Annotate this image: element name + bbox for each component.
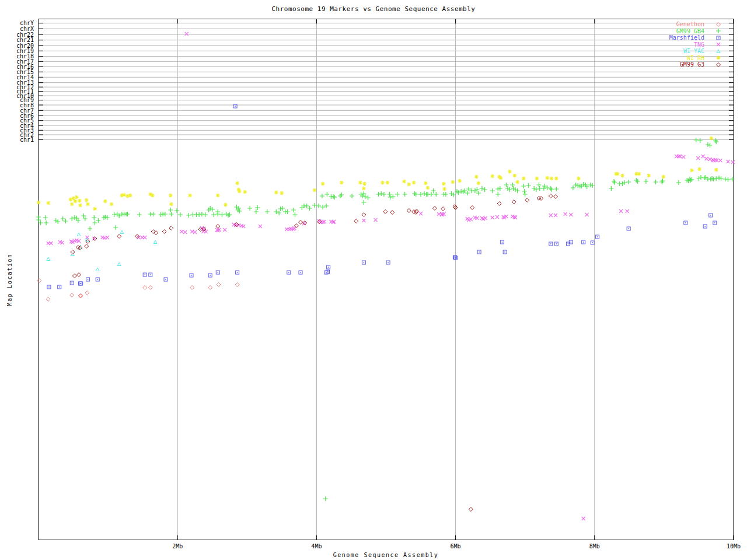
data-point [388,195,393,200]
data-point [137,236,141,239]
data-point [324,204,329,208]
data-point [684,221,687,225]
legend-label-tng: TNG [694,41,704,48]
data-point [183,230,187,234]
data-point [512,200,516,204]
legend-row-genethon: Genethon [669,21,722,28]
data-point [549,242,553,246]
data-point [585,213,589,216]
data-point [564,212,567,216]
data-point [512,174,516,178]
data-point [217,283,221,287]
data-point [442,182,446,186]
data-point [153,240,157,244]
series-marshfield [47,104,717,289]
data-point [714,168,718,172]
data-point [143,273,146,276]
data-point [162,230,166,234]
data-point [210,207,215,212]
data-point [208,274,212,277]
data-point [470,206,474,210]
data-point [403,192,407,197]
data-point [125,194,130,198]
data-point [120,230,124,234]
data-point [698,138,703,143]
data-point [480,216,484,220]
data-point [85,244,89,249]
data-point [54,218,58,223]
data-point [88,226,92,231]
data-point [46,298,50,302]
data-point [274,191,278,195]
data-point [113,225,118,230]
data-point [637,172,641,176]
data-point [626,180,631,184]
data-point [287,271,291,274]
data-point [77,233,81,236]
y-axis-label: Map Location [6,222,13,338]
data-point [44,220,48,225]
data-point [511,186,516,191]
data-point [549,194,553,198]
data-point [47,285,51,289]
data-point [626,209,629,213]
data-point [582,240,585,244]
data-point [647,174,651,178]
data-point [219,212,224,217]
data-point [627,227,630,230]
data-point [274,209,278,214]
cross-marker-icon [714,41,722,48]
data-point [78,204,82,208]
data-point [554,177,558,181]
data-point [490,188,495,193]
data-point [429,192,434,197]
data-point [418,192,423,197]
data-points-layer [36,32,735,520]
data-point [659,180,664,184]
data-point [554,195,558,199]
data-point [75,195,79,200]
series-wirh [37,136,718,211]
data-point [522,189,527,194]
data-point [235,181,239,186]
data-point [476,181,480,186]
triangle-marker-icon [714,48,722,55]
data-point [676,180,681,185]
data-point [362,213,366,217]
data-point [288,228,291,231]
chromosome-label-chrX: chrX [0,26,34,32]
data-point [412,181,416,185]
data-point [110,202,114,206]
data-point [58,285,61,289]
data-point [644,179,648,184]
data-point [419,212,423,215]
data-point [596,235,599,239]
data-point [495,192,500,197]
data-point [699,175,703,180]
legend-row-gm99g3: GM99 G3 [669,61,722,68]
data-point [216,194,220,198]
data-point [236,271,239,274]
data-point [149,273,152,276]
data-point [619,209,623,213]
data-point [495,215,499,219]
data-point [723,177,728,181]
data-point [731,160,735,164]
data-point [216,271,219,274]
data-point [612,180,617,185]
data-point [277,211,281,215]
data-point [299,220,303,225]
data-point [726,177,731,182]
data-point [96,218,100,223]
data-point [143,236,146,239]
data-point [426,186,430,190]
data-point [69,216,74,221]
data-point [96,268,99,271]
x-tick-label-8Mb: 8Mb [581,543,609,550]
chromosome-label-chrY: chrY [0,20,34,26]
legend-row-marshfield: Marshfield [669,34,722,41]
data-point [78,199,82,203]
data-point [477,250,481,254]
data-point [620,181,624,186]
data-point [515,188,520,193]
